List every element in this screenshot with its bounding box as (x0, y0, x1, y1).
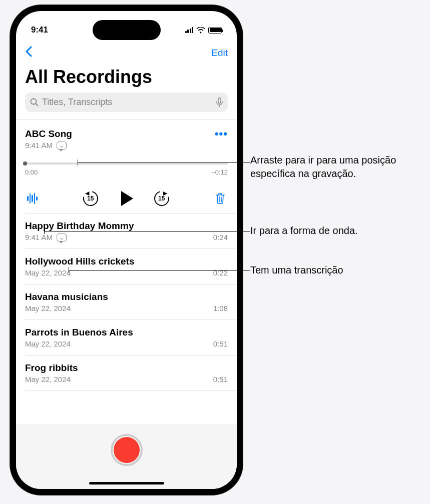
status-icons (185, 27, 222, 34)
recording-date: May 22, 2024 (25, 304, 71, 312)
status-time: 9:41 (31, 25, 48, 35)
skip-forward-15-button[interactable]: ▶ 15 (154, 191, 169, 206)
recording-duration: 0:24 (213, 233, 228, 242)
recording-title: Frog ribbits (25, 362, 78, 374)
recording-duration: 0:51 (213, 375, 228, 384)
recording-title: ABC Song (25, 128, 72, 140)
page-title: All Recordings (16, 64, 237, 92)
record-bar (16, 424, 237, 489)
recording-title: Parrots in Buenos Aires (25, 327, 133, 338)
cellular-signal-icon (185, 27, 194, 33)
transcript-icon: „ (57, 142, 67, 150)
recording-item[interactable]: Hollywood Hills cricketsMay 22, 20240:22 (16, 249, 237, 284)
scrubber-knob[interactable] (23, 162, 27, 166)
back-button[interactable] (25, 45, 32, 60)
waveform-button[interactable] (27, 193, 38, 204)
skip-back-15-button[interactable]: ◀ 15 (83, 191, 98, 206)
recording-date: 9:41 AM (25, 233, 53, 242)
battery-icon (208, 27, 222, 34)
recording-item-expanded[interactable]: ABC Song 9:41 AM „ ••• 0:00 –0:12 (16, 120, 237, 213)
callout-scrub: Arraste para ir para uma posição específ… (250, 154, 420, 180)
recording-date: May 22, 2024 (25, 340, 71, 348)
more-options-button[interactable]: ••• (215, 128, 228, 140)
search-placeholder: Titles, Transcripts (42, 97, 213, 108)
recording-item[interactable]: Frog ribbitsMay 22, 20240:51 (16, 356, 237, 390)
home-indicator[interactable] (89, 482, 164, 484)
recording-item[interactable]: Parrots in Buenos AiresMay 22, 20240:51 (16, 320, 237, 355)
recording-item[interactable]: Havana musiciansMay 22, 20241:08 (16, 284, 237, 320)
recordings-list: ABC Song 9:41 AM „ ••• 0:00 –0:12 (16, 120, 237, 391)
edit-button[interactable]: Edit (211, 48, 228, 58)
recording-title: Hollywood Hills crickets (25, 256, 135, 267)
recording-title: Havana musicians (25, 292, 108, 302)
elapsed-time: 0:00 (25, 168, 38, 176)
delete-button[interactable] (215, 192, 226, 204)
svg-point-0 (31, 99, 37, 104)
transcript-icon: „ (57, 234, 67, 242)
recording-title: Happy Birthday Mommy (25, 220, 134, 232)
search-icon (30, 98, 39, 106)
svg-rect-2 (218, 98, 221, 104)
search-input[interactable]: Titles, Transcripts (25, 92, 228, 112)
nav-bar: Edit (16, 41, 237, 64)
recording-duration: 1:08 (213, 304, 228, 312)
recording-time: 9:41 AM (25, 141, 53, 150)
recording-date: May 22, 2024 (25, 375, 71, 384)
svg-line-1 (36, 104, 38, 106)
recording-date: May 22, 2024 (25, 268, 71, 277)
recording-duration: 0:51 (213, 340, 228, 348)
wifi-icon (196, 27, 205, 34)
callout-transcript: Tem uma transcrição (250, 264, 420, 277)
phone-frame: 9:41 Edit All Recordings (10, 5, 243, 495)
record-button[interactable] (111, 434, 143, 466)
callout-waveform: Ir para a forma de onda. (250, 224, 420, 238)
dynamic-island (93, 20, 161, 40)
microphone-icon[interactable] (216, 98, 223, 107)
phone-screen: 9:41 Edit All Recordings (16, 11, 237, 489)
remaining-time: –0:12 (211, 168, 228, 176)
play-button[interactable] (121, 191, 133, 206)
